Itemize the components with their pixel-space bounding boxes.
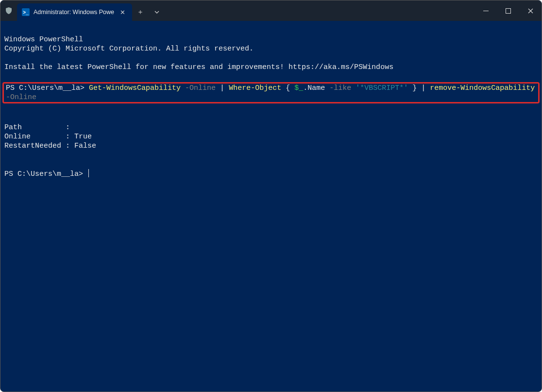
string-vbscript: '*VBSCRIPT*'	[351, 84, 408, 92]
param-online1: -Online	[185, 84, 216, 92]
output-online: Online : True	[4, 133, 92, 141]
ps-install-msg: Install the latest PowerShell for new fe…	[4, 63, 393, 71]
pipeline-var: $_	[294, 84, 303, 92]
new-tab-button[interactable]: ＋	[132, 3, 149, 21]
powershell-icon: >_	[22, 8, 30, 16]
ps-header-line1: Windows PowerShell	[4, 35, 83, 44]
titlebar: >_ Administrator: Windows Powe ✕ ＋	[0, 0, 542, 21]
prompt-path: PS C:\Users\m__la>	[6, 84, 85, 92]
minimize-button[interactable]	[474, 0, 497, 21]
tab-dropdown-button[interactable]	[149, 3, 165, 21]
prompt-path-2: PS C:\Users\m__la>	[4, 170, 83, 178]
cmdlet-get: Get-WindowsCapability	[89, 84, 181, 92]
cmdlet-where: Where-Object	[229, 84, 281, 92]
pipe1: |	[216, 84, 229, 92]
cmdlet-remove: remove-WindowsCapability	[430, 84, 535, 92]
uac-shield-icon	[0, 7, 17, 15]
tab-close-button[interactable]: ✕	[118, 8, 127, 17]
svg-rect-1	[506, 8, 510, 13]
svg-rect-0	[483, 11, 489, 11]
ps-header-line2: Copyright (C) Microsoft Corporation. All…	[4, 45, 254, 53]
dot-name: .Name	[303, 84, 325, 92]
terminal-window: >_ Administrator: Windows Powe ✕ ＋ Windo…	[0, 0, 542, 392]
brace-close: }	[408, 84, 421, 92]
highlighted-command: PS C:\Users\m__la> Get-WindowsCapability…	[2, 82, 540, 103]
pipe2: |	[421, 84, 430, 92]
cursor	[88, 169, 89, 177]
tabstrip: >_ Administrator: Windows Powe ✕ ＋	[17, 0, 165, 21]
window-controls	[474, 0, 542, 21]
terminal-body[interactable]: Windows PowerShell Copyright (C) Microso…	[0, 21, 542, 392]
maximize-button[interactable]	[497, 0, 519, 21]
window-close-button[interactable]	[519, 0, 542, 21]
output-path: Path :	[4, 123, 70, 132]
param-like: -like	[325, 84, 351, 92]
tab-powershell-admin[interactable]: >_ Administrator: Windows Powe ✕	[17, 3, 132, 21]
output-restart: RestartNeeded : False	[4, 142, 96, 150]
tab-label: Administrator: Windows Powe	[34, 9, 114, 16]
brace-open: {	[281, 84, 294, 92]
